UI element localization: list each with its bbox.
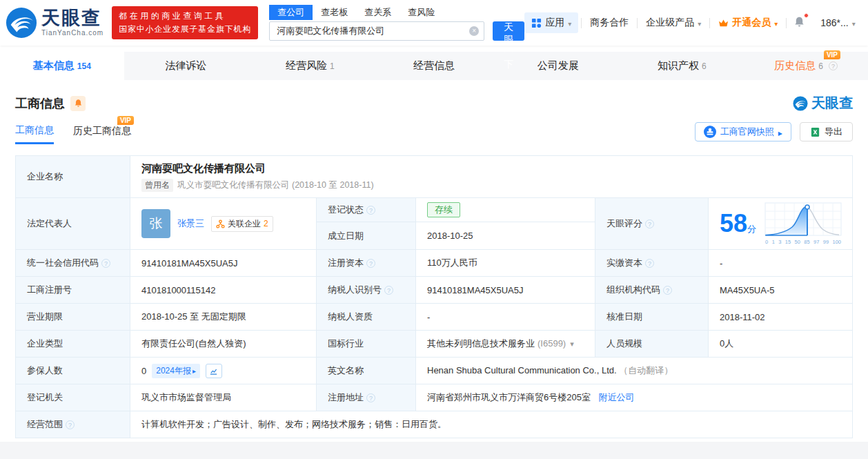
menu-business-cooperation[interactable]: 商务合作 — [582, 17, 637, 29]
establish-date-label: 成立日期 — [317, 222, 416, 250]
legal-rep-link[interactable]: 张景三 — [177, 217, 204, 230]
menu-user-account[interactable]: 186*... — [812, 17, 864, 28]
monitor-bell-button[interactable] — [70, 96, 86, 111]
menu-enterprise-products[interactable]: 企业级产品 — [638, 17, 709, 29]
help-icon[interactable] — [645, 259, 654, 268]
section-title: 工商信息 — [15, 95, 65, 112]
tab-intellectual-property[interactable]: 知识产权 6 — [620, 52, 744, 80]
related-label: 关联企业 — [228, 218, 261, 230]
table-row: 登记机关 巩义市市场监督管理局 注册地址 河南省郑州市巩义市万洋商贸6号楼205… — [16, 384, 853, 411]
annual-report-badge[interactable]: 2024年报 — [152, 364, 200, 378]
establish-date-value: 2018-10-25 — [416, 222, 595, 250]
reg-address-value: 河南省郑州市巩义市万洋商贸6号楼205室 — [427, 392, 591, 402]
nearby-companies-link[interactable]: 附近公司 — [599, 392, 635, 402]
insured-label: 参保人数 — [16, 358, 130, 384]
table-row: 法定代表人 张 张景三 关联企业 2 — [16, 198, 853, 222]
brand-name: 天眼查 — [41, 9, 103, 28]
reg-number-value: 410181000115142 — [130, 277, 317, 304]
menu-enterprise-label: 企业级产品 — [646, 17, 694, 29]
status-badge: 存续 — [427, 202, 460, 217]
help-icon[interactable] — [66, 420, 75, 429]
notifications-bell[interactable] — [787, 16, 812, 30]
tab-label: 知识产权 — [658, 59, 699, 72]
help-icon[interactable] — [101, 259, 110, 268]
reg-authority-value: 巩义市市场监督管理局 — [130, 384, 317, 411]
page: 天眼查 TianYanCha.com 都在用的商业查询工具 国家中小企业发展子基… — [0, 0, 868, 442]
tab-count: 6 — [818, 61, 823, 71]
business-info-table: 企业名称 河南耍吧文化传播有限公司 曾用名 巩义市耍吧文化传播有限公司 (201… — [15, 155, 853, 438]
table-row: 工商注册号 410181000115142 纳税人识别号 91410181MA4… — [16, 277, 853, 304]
company-type-value: 有限责任公司(自然人独资) — [130, 331, 317, 358]
tab-company-development[interactable]: 公司发展 — [496, 52, 620, 80]
tab-legal-litigation[interactable]: 法律诉讼 — [124, 52, 248, 80]
tab-operation-risk[interactable]: 经营风险 1 — [248, 52, 372, 80]
menu-open-vip[interactable]: 开通会员 — [710, 17, 786, 29]
subtab-history-business-info[interactable]: VIP 历史工商信息 — [73, 125, 131, 144]
menu-apps[interactable]: 应用 — [524, 12, 578, 33]
help-icon[interactable] — [829, 61, 838, 70]
search-tabs: 查公司 查老板 查关系 查风险 — [269, 5, 524, 20]
business-scope-label: 经营范围 — [16, 411, 130, 438]
bell-icon — [793, 16, 805, 28]
industry-cell[interactable]: 其他未列明信息技术服务业(I6599) — [416, 331, 595, 358]
approval-date-value: 2018-11-02 — [709, 304, 853, 331]
reg-status-cell: 存续 — [416, 198, 595, 222]
industry-code: (I6599) — [537, 338, 566, 349]
search-tab-boss[interactable]: 查老板 — [313, 5, 356, 20]
tab-basic-info[interactable]: 基本信息 154 — [0, 52, 124, 80]
trend-chart-button[interactable] — [206, 364, 222, 378]
tab-label: 公司发展 — [537, 59, 579, 72]
tab-history-info[interactable]: VIP 历史信息 6 — [744, 52, 868, 80]
chevron-down-icon[interactable] — [566, 338, 574, 349]
help-icon[interactable] — [366, 393, 375, 402]
company-name-label: 企业名称 — [16, 156, 130, 198]
arrow-right-icon — [778, 127, 782, 137]
help-icon[interactable] — [663, 286, 672, 295]
avatar[interactable]: 张 — [141, 209, 170, 238]
slogan-line1: 都在用的商业查询工具 — [119, 10, 251, 23]
reg-authority-label: 登记机关 — [16, 384, 130, 411]
search-input[interactable] — [269, 21, 484, 41]
logo-swirl-icon — [793, 96, 808, 111]
score-marker — [805, 205, 809, 209]
score-cell: 58分 — [709, 198, 853, 250]
brand-domain: TianYanCha.com — [41, 30, 103, 37]
tab-operation-info[interactable]: 经营信息 — [372, 52, 496, 80]
table-row: 企业名称 河南耍吧文化传播有限公司 曾用名 巩义市耍吧文化传播有限公司 (201… — [16, 156, 853, 198]
search-tab-company[interactable]: 查公司 — [269, 5, 313, 20]
legal-rep-cell: 张 张景三 关联企业 2 — [130, 198, 317, 250]
search-tab-relation[interactable]: 查关系 — [356, 5, 400, 20]
score-unit: 分 — [747, 224, 756, 234]
help-icon[interactable] — [384, 286, 393, 295]
crown-icon — [718, 19, 729, 28]
label-text: 登记状态 — [328, 204, 364, 215]
logo-swirl-icon — [6, 7, 37, 39]
org-chart-icon — [216, 219, 225, 228]
company-name-value: 河南耍吧文化传播有限公司 — [141, 162, 845, 175]
official-snapshot-button[interactable]: 工商官网快照 — [695, 122, 791, 141]
tianyancha-logo[interactable]: 天眼查 TianYanCha.com — [6, 7, 103, 39]
chevron-down-icon — [852, 17, 856, 28]
company-nav-tabs: 基本信息 154 法律诉讼 经营风险 1 经营信息 公司发展 知识产权 6 VI… — [0, 52, 868, 80]
related-companies-badge[interactable]: 关联企业 2 — [211, 216, 273, 232]
search-button[interactable]: 天眼一下 — [493, 21, 524, 41]
org-code-label: 组织机构代码 — [595, 277, 709, 304]
subtab-business-info[interactable]: 工商信息 — [15, 124, 54, 144]
export-button[interactable]: 导出 — [800, 122, 853, 141]
label-text: 天眼评分 — [606, 218, 642, 228]
help-icon[interactable] — [366, 259, 375, 268]
tab-label: 经营信息 — [413, 59, 455, 72]
reg-address-label: 注册地址 — [317, 384, 416, 411]
help-icon[interactable] — [366, 206, 375, 215]
export-label: 导出 — [825, 126, 842, 138]
top-header: 天眼查 TianYanCha.com 都在用的商业查询工具 国家中小企业发展子基… — [0, 0, 868, 46]
tab-count: 1 — [330, 61, 335, 71]
help-icon[interactable] — [645, 219, 654, 228]
score-distribution-chart: 01 315 5085 9799 100 — [765, 202, 842, 245]
company-type-label: 企业类型 — [16, 331, 130, 358]
snapshot-label: 工商官网快照 — [720, 126, 774, 138]
taxpayer-id-value: 91410181MA45X5UA5J — [416, 277, 595, 304]
table-row: 参保人数 0 2024年报 英文名称 Henan Shuba Cultural … — [16, 358, 853, 384]
menu-vip-label: 开通会员 — [732, 17, 771, 29]
search-tab-risk[interactable]: 查风险 — [400, 5, 443, 20]
